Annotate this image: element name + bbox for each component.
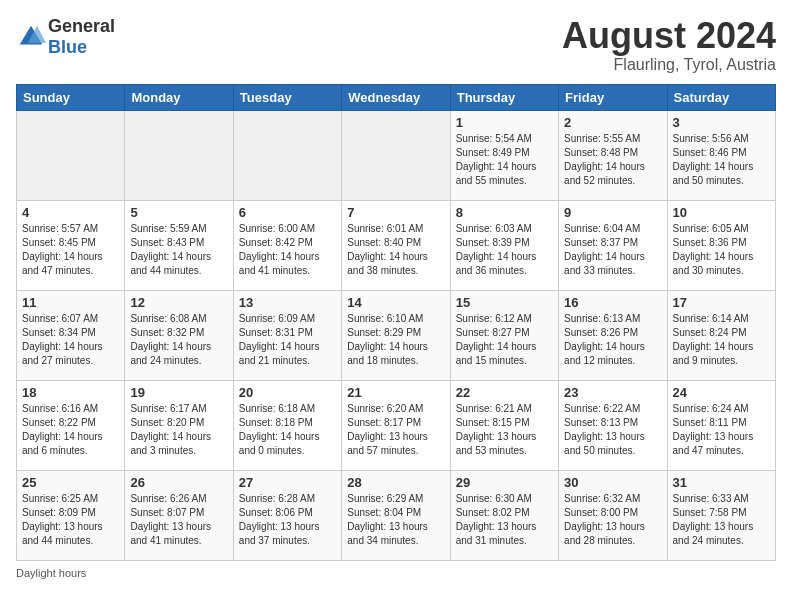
logo-blue-text: Blue [48,37,87,57]
day-number: 15 [456,295,553,310]
calendar-week-4: 18Sunrise: 6:16 AM Sunset: 8:22 PM Dayli… [17,380,776,470]
day-header-thursday: Thursday [450,84,558,110]
day-info: Sunrise: 5:55 AM Sunset: 8:48 PM Dayligh… [564,132,661,188]
calendar-cell [125,110,233,200]
calendar-cell: 3Sunrise: 5:56 AM Sunset: 8:46 PM Daylig… [667,110,775,200]
day-number: 17 [673,295,770,310]
day-number: 29 [456,475,553,490]
day-number: 16 [564,295,661,310]
calendar-cell [233,110,341,200]
day-info: Sunrise: 6:26 AM Sunset: 8:07 PM Dayligh… [130,492,227,548]
title-section: August 2024 Flaurling, Tyrol, Austria [562,16,776,74]
day-info: Sunrise: 6:05 AM Sunset: 8:36 PM Dayligh… [673,222,770,278]
day-number: 19 [130,385,227,400]
day-info: Sunrise: 6:10 AM Sunset: 8:29 PM Dayligh… [347,312,444,368]
day-header-wednesday: Wednesday [342,84,450,110]
calendar-subtitle: Flaurling, Tyrol, Austria [562,56,776,74]
day-info: Sunrise: 6:14 AM Sunset: 8:24 PM Dayligh… [673,312,770,368]
day-number: 1 [456,115,553,130]
calendar-cell: 28Sunrise: 6:29 AM Sunset: 8:04 PM Dayli… [342,470,450,560]
day-number: 3 [673,115,770,130]
calendar-cell: 8Sunrise: 6:03 AM Sunset: 8:39 PM Daylig… [450,200,558,290]
day-number: 13 [239,295,336,310]
day-info: Sunrise: 6:21 AM Sunset: 8:15 PM Dayligh… [456,402,553,458]
calendar-cell: 16Sunrise: 6:13 AM Sunset: 8:26 PM Dayli… [559,290,667,380]
day-info: Sunrise: 6:33 AM Sunset: 7:58 PM Dayligh… [673,492,770,548]
calendar-cell: 29Sunrise: 6:30 AM Sunset: 8:02 PM Dayli… [450,470,558,560]
day-number: 23 [564,385,661,400]
day-number: 9 [564,205,661,220]
calendar-cell [342,110,450,200]
day-info: Sunrise: 6:28 AM Sunset: 8:06 PM Dayligh… [239,492,336,548]
calendar-cell: 18Sunrise: 6:16 AM Sunset: 8:22 PM Dayli… [17,380,125,470]
day-number: 10 [673,205,770,220]
day-info: Sunrise: 6:13 AM Sunset: 8:26 PM Dayligh… [564,312,661,368]
calendar-cell: 10Sunrise: 6:05 AM Sunset: 8:36 PM Dayli… [667,200,775,290]
calendar-cell: 30Sunrise: 6:32 AM Sunset: 8:00 PM Dayli… [559,470,667,560]
day-header-saturday: Saturday [667,84,775,110]
day-header-friday: Friday [559,84,667,110]
day-info: Sunrise: 6:16 AM Sunset: 8:22 PM Dayligh… [22,402,119,458]
day-number: 26 [130,475,227,490]
calendar-cell: 17Sunrise: 6:14 AM Sunset: 8:24 PM Dayli… [667,290,775,380]
day-info: Sunrise: 6:25 AM Sunset: 8:09 PM Dayligh… [22,492,119,548]
day-info: Sunrise: 6:22 AM Sunset: 8:13 PM Dayligh… [564,402,661,458]
calendar-cell: 24Sunrise: 6:24 AM Sunset: 8:11 PM Dayli… [667,380,775,470]
calendar-cell: 5Sunrise: 5:59 AM Sunset: 8:43 PM Daylig… [125,200,233,290]
day-info: Sunrise: 5:56 AM Sunset: 8:46 PM Dayligh… [673,132,770,188]
day-number: 24 [673,385,770,400]
day-number: 30 [564,475,661,490]
day-info: Sunrise: 6:30 AM Sunset: 8:02 PM Dayligh… [456,492,553,548]
day-info: Sunrise: 6:00 AM Sunset: 8:42 PM Dayligh… [239,222,336,278]
day-number: 27 [239,475,336,490]
day-info: Sunrise: 5:54 AM Sunset: 8:49 PM Dayligh… [456,132,553,188]
day-number: 18 [22,385,119,400]
logo: General Blue [16,16,115,58]
day-header-monday: Monday [125,84,233,110]
calendar-cell: 31Sunrise: 6:33 AM Sunset: 7:58 PM Dayli… [667,470,775,560]
calendar-week-2: 4Sunrise: 5:57 AM Sunset: 8:45 PM Daylig… [17,200,776,290]
day-number: 11 [22,295,119,310]
logo-general-text: General [48,16,115,36]
day-number: 21 [347,385,444,400]
calendar-table: SundayMondayTuesdayWednesdayThursdayFrid… [16,84,776,561]
day-number: 12 [130,295,227,310]
calendar-title: August 2024 [562,16,776,56]
calendar-week-3: 11Sunrise: 6:07 AM Sunset: 8:34 PM Dayli… [17,290,776,380]
day-number: 25 [22,475,119,490]
day-info: Sunrise: 6:17 AM Sunset: 8:20 PM Dayligh… [130,402,227,458]
day-info: Sunrise: 6:12 AM Sunset: 8:27 PM Dayligh… [456,312,553,368]
calendar-cell: 4Sunrise: 5:57 AM Sunset: 8:45 PM Daylig… [17,200,125,290]
calendar-cell: 20Sunrise: 6:18 AM Sunset: 8:18 PM Dayli… [233,380,341,470]
calendar-cell: 1Sunrise: 5:54 AM Sunset: 8:49 PM Daylig… [450,110,558,200]
day-info: Sunrise: 5:57 AM Sunset: 8:45 PM Dayligh… [22,222,119,278]
day-number: 7 [347,205,444,220]
day-number: 28 [347,475,444,490]
day-info: Sunrise: 6:03 AM Sunset: 8:39 PM Dayligh… [456,222,553,278]
day-info: Sunrise: 6:09 AM Sunset: 8:31 PM Dayligh… [239,312,336,368]
day-number: 22 [456,385,553,400]
calendar-cell: 25Sunrise: 6:25 AM Sunset: 8:09 PM Dayli… [17,470,125,560]
day-info: Sunrise: 6:07 AM Sunset: 8:34 PM Dayligh… [22,312,119,368]
day-number: 14 [347,295,444,310]
calendar-cell: 7Sunrise: 6:01 AM Sunset: 8:40 PM Daylig… [342,200,450,290]
day-info: Sunrise: 6:20 AM Sunset: 8:17 PM Dayligh… [347,402,444,458]
day-header-tuesday: Tuesday [233,84,341,110]
day-info: Sunrise: 6:08 AM Sunset: 8:32 PM Dayligh… [130,312,227,368]
calendar-cell: 13Sunrise: 6:09 AM Sunset: 8:31 PM Dayli… [233,290,341,380]
day-info: Sunrise: 6:29 AM Sunset: 8:04 PM Dayligh… [347,492,444,548]
calendar-cell: 14Sunrise: 6:10 AM Sunset: 8:29 PM Dayli… [342,290,450,380]
day-info: Sunrise: 6:18 AM Sunset: 8:18 PM Dayligh… [239,402,336,458]
day-info: Sunrise: 6:04 AM Sunset: 8:37 PM Dayligh… [564,222,661,278]
day-number: 5 [130,205,227,220]
calendar-week-5: 25Sunrise: 6:25 AM Sunset: 8:09 PM Dayli… [17,470,776,560]
calendar-cell: 11Sunrise: 6:07 AM Sunset: 8:34 PM Dayli… [17,290,125,380]
calendar-cell: 2Sunrise: 5:55 AM Sunset: 8:48 PM Daylig… [559,110,667,200]
day-number: 8 [456,205,553,220]
calendar-cell: 6Sunrise: 6:00 AM Sunset: 8:42 PM Daylig… [233,200,341,290]
calendar-cell: 15Sunrise: 6:12 AM Sunset: 8:27 PM Dayli… [450,290,558,380]
calendar-cell [17,110,125,200]
calendar-cell: 22Sunrise: 6:21 AM Sunset: 8:15 PM Dayli… [450,380,558,470]
calendar-cell: 21Sunrise: 6:20 AM Sunset: 8:17 PM Dayli… [342,380,450,470]
day-number: 2 [564,115,661,130]
